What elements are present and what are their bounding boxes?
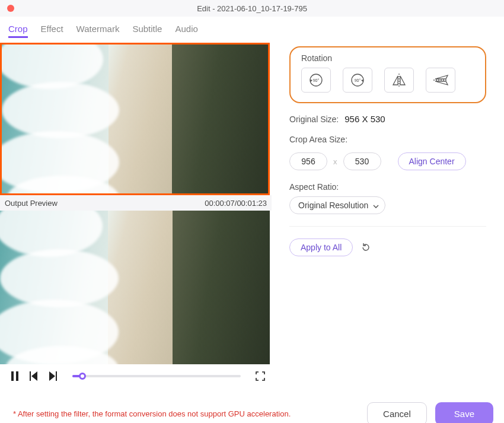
crop-area-label-row: Crop Area Size: (289, 135, 486, 144)
crop-width-input[interactable] (289, 152, 327, 170)
progress-thumb[interactable] (79, 373, 86, 380)
aspect-ratio-value: Original Resolution (298, 201, 368, 210)
apply-to-all-button[interactable]: Apply to All (289, 238, 353, 256)
tab-effect[interactable]: Effect (41, 24, 63, 38)
aspect-ratio-label: Aspect Ratio: (289, 182, 339, 192)
crop-area-inputs: x Align Center (289, 152, 486, 170)
crop-preview[interactable] (0, 43, 270, 195)
preview-label: Output Preview (5, 199, 58, 208)
close-window-button[interactable] (7, 5, 14, 12)
crop-area-label: Crop Area Size: (289, 135, 347, 144)
player-controls (0, 364, 272, 388)
svg-rect-1 (16, 371, 18, 381)
timecode: 00:00:07/00:01:23 (205, 199, 267, 208)
video-frame (2, 44, 268, 193)
tab-audio[interactable]: Audio (175, 24, 197, 38)
video-frame-output (0, 211, 270, 364)
preview-bar: Output Preview 00:00:07/00:01:23 (0, 195, 272, 211)
tab-crop[interactable]: Crop (8, 24, 28, 38)
cancel-button[interactable]: Cancel (367, 402, 427, 423)
progress-bar[interactable] (72, 375, 241, 377)
aspect-ratio-select[interactable]: Original Resolution (289, 196, 385, 214)
rotate-ccw-90-button[interactable]: 90° (301, 68, 331, 93)
svg-rect-0 (11, 371, 14, 381)
tab-watermark[interactable]: Watermark (76, 24, 120, 38)
svg-text:90°: 90° (355, 78, 361, 82)
next-frame-button[interactable] (47, 371, 58, 381)
flip-vertical-button[interactable] (426, 68, 455, 93)
fullscreen-button[interactable] (255, 371, 266, 381)
footer: * After setting the filter, the format c… (0, 392, 504, 423)
chevron-down-icon (373, 201, 379, 210)
original-size-label: Original Size: (289, 115, 339, 124)
svg-text:90°: 90° (313, 78, 320, 82)
rotation-group: Rotation 90° 90° (289, 46, 486, 103)
main: Output Preview 00:00:07/00:01:23 (0, 43, 504, 392)
crop-separator: x (333, 157, 337, 166)
svg-marker-4 (49, 371, 55, 381)
settings-panel: Rotation 90° 90° (272, 43, 504, 392)
prev-frame-button[interactable] (28, 371, 39, 381)
footer-buttons: Cancel Save (367, 402, 493, 423)
svg-rect-5 (56, 371, 57, 381)
flip-horizontal-button[interactable] (384, 68, 414, 93)
rotation-buttons: 90° 90° (301, 68, 474, 93)
svg-marker-2 (31, 371, 37, 381)
divider (289, 226, 486, 227)
svg-marker-11 (393, 76, 398, 85)
save-button[interactable]: Save (435, 402, 493, 423)
original-size-value: 956 X 530 (344, 114, 385, 124)
reset-icon[interactable] (361, 243, 371, 252)
svg-marker-15 (435, 81, 448, 85)
crop-height-input[interactable] (343, 152, 381, 170)
align-center-button[interactable]: Align Center (398, 152, 466, 170)
aspect-ratio-row: Aspect Ratio: Original Resolution (289, 182, 486, 214)
svg-marker-14 (435, 75, 448, 79)
preview-column: Output Preview 00:00:07/00:01:23 (0, 43, 272, 392)
original-size-row: Original Size: 956 X 530 (289, 114, 486, 124)
pause-button[interactable] (9, 371, 20, 381)
window-title: Edit - 2021-06-10_10-17-19-795 (197, 4, 307, 13)
footer-note: * After setting the filter, the format c… (13, 409, 291, 418)
rotation-label: Rotation (301, 53, 474, 63)
output-preview (0, 211, 270, 364)
rotate-cw-90-button[interactable]: 90° (343, 68, 372, 93)
svg-marker-12 (400, 76, 405, 85)
apply-row: Apply to All (289, 238, 486, 256)
tab-subtitle[interactable]: Subtitle (132, 24, 162, 38)
tabs: Crop Effect Watermark Subtitle Audio (0, 17, 504, 43)
titlebar: Edit - 2021-06-10_10-17-19-795 (0, 0, 504, 17)
svg-rect-3 (30, 371, 31, 381)
